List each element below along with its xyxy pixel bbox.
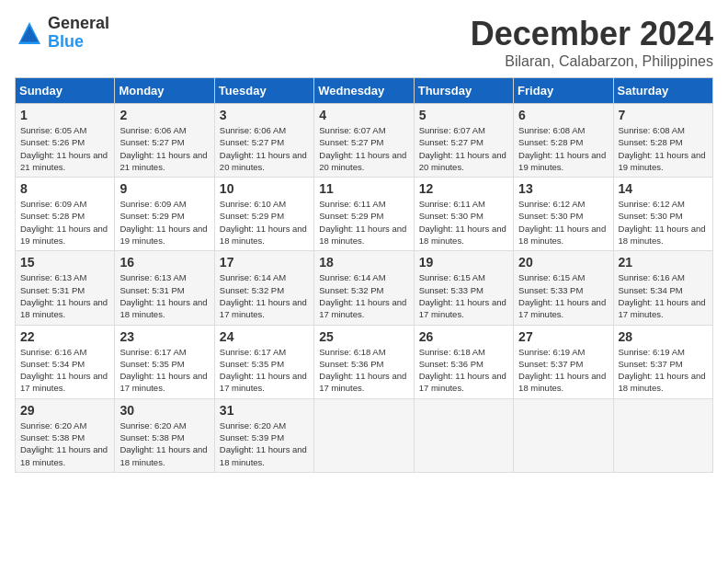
day-info: Sunrise: 6:19 AM Sunset: 5:37 PM Dayligh…	[518, 346, 608, 395]
day-info: Sunrise: 6:07 AM Sunset: 5:27 PM Dayligh…	[419, 124, 508, 173]
day-number: 16	[119, 255, 209, 270]
header-wednesday: Wednesday	[314, 78, 414, 104]
calendar-cell: 19 Sunrise: 6:15 AM Sunset: 5:33 PM Dayl…	[414, 251, 513, 325]
day-number: 25	[319, 329, 408, 344]
calendar-week-row: 22 Sunrise: 6:16 AM Sunset: 5:34 PM Dayl…	[16, 325, 713, 398]
logo-text: General Blue	[48, 15, 109, 52]
day-info: Sunrise: 6:14 AM Sunset: 5:32 PM Dayligh…	[220, 271, 309, 320]
day-info: Sunrise: 6:16 AM Sunset: 5:34 PM Dayligh…	[20, 346, 109, 395]
logo-icon	[15, 18, 44, 48]
day-info: Sunrise: 6:15 AM Sunset: 5:33 PM Dayligh…	[518, 271, 608, 320]
day-info: Sunrise: 6:18 AM Sunset: 5:36 PM Dayligh…	[419, 346, 508, 395]
day-info: Sunrise: 6:07 AM Sunset: 5:27 PM Dayligh…	[319, 124, 408, 173]
calendar-week-row: 8 Sunrise: 6:09 AM Sunset: 5:28 PM Dayli…	[16, 178, 713, 251]
day-number: 26	[419, 329, 508, 344]
day-info: Sunrise: 6:14 AM Sunset: 5:32 PM Dayligh…	[319, 271, 408, 320]
calendar-cell: 24 Sunrise: 6:17 AM Sunset: 5:35 PM Dayl…	[214, 325, 313, 398]
calendar-cell: 21 Sunrise: 6:16 AM Sunset: 5:34 PM Dayl…	[613, 251, 712, 325]
header-tuesday: Tuesday	[214, 78, 313, 104]
day-info: Sunrise: 6:12 AM Sunset: 5:30 PM Dayligh…	[619, 198, 708, 247]
day-info: Sunrise: 6:08 AM Sunset: 5:28 PM Dayligh…	[518, 124, 608, 173]
calendar-week-row: 29 Sunrise: 6:20 AM Sunset: 5:38 PM Dayl…	[16, 398, 713, 472]
day-number: 20	[518, 255, 608, 270]
calendar-cell: 5 Sunrise: 6:07 AM Sunset: 5:27 PM Dayli…	[414, 104, 513, 178]
calendar-cell: 23 Sunrise: 6:17 AM Sunset: 5:35 PM Dayl…	[115, 325, 214, 398]
day-number: 30	[119, 403, 209, 418]
day-number: 11	[319, 181, 408, 196]
header: General Blue December 2024 Bilaran, Cala…	[15, 15, 713, 70]
day-number: 3	[220, 108, 309, 122]
day-info: Sunrise: 6:17 AM Sunset: 5:35 PM Dayligh…	[220, 346, 309, 395]
calendar-cell	[613, 398, 712, 472]
calendar-week-row: 1 Sunrise: 6:05 AM Sunset: 5:26 PM Dayli…	[16, 104, 713, 178]
day-number: 28	[619, 329, 708, 344]
day-info: Sunrise: 6:09 AM Sunset: 5:29 PM Dayligh…	[119, 198, 209, 247]
calendar-cell	[414, 398, 513, 472]
calendar-cell: 28 Sunrise: 6:19 AM Sunset: 5:37 PM Dayl…	[613, 325, 712, 398]
header-monday: Monday	[115, 78, 214, 104]
day-number: 12	[419, 181, 508, 196]
day-info: Sunrise: 6:20 AM Sunset: 5:39 PM Dayligh…	[220, 419, 309, 468]
day-number: 21	[619, 255, 708, 270]
calendar-cell: 1 Sunrise: 6:05 AM Sunset: 5:26 PM Dayli…	[16, 104, 115, 178]
day-number: 24	[220, 329, 309, 344]
calendar-week-row: 15 Sunrise: 6:13 AM Sunset: 5:31 PM Dayl…	[16, 251, 713, 325]
day-info: Sunrise: 6:18 AM Sunset: 5:36 PM Dayligh…	[319, 346, 408, 395]
calendar-cell: 30 Sunrise: 6:20 AM Sunset: 5:38 PM Dayl…	[115, 398, 214, 472]
calendar-cell: 15 Sunrise: 6:13 AM Sunset: 5:31 PM Dayl…	[16, 251, 115, 325]
calendar-cell: 4 Sunrise: 6:07 AM Sunset: 5:27 PM Dayli…	[314, 104, 414, 178]
day-info: Sunrise: 6:10 AM Sunset: 5:29 PM Dayligh…	[220, 198, 309, 247]
calendar-cell: 7 Sunrise: 6:08 AM Sunset: 5:28 PM Dayli…	[613, 104, 712, 178]
calendar-cell: 9 Sunrise: 6:09 AM Sunset: 5:29 PM Dayli…	[115, 178, 214, 251]
header-row: Sunday Monday Tuesday Wednesday Thursday…	[16, 78, 713, 104]
calendar-cell: 16 Sunrise: 6:13 AM Sunset: 5:31 PM Dayl…	[115, 251, 214, 325]
logo: General Blue	[15, 15, 109, 52]
day-number: 22	[20, 329, 109, 344]
month-year-title: December 2024	[471, 15, 713, 53]
calendar-cell: 27 Sunrise: 6:19 AM Sunset: 5:37 PM Dayl…	[514, 325, 613, 398]
calendar-cell: 22 Sunrise: 6:16 AM Sunset: 5:34 PM Dayl…	[16, 325, 115, 398]
day-info: Sunrise: 6:15 AM Sunset: 5:33 PM Dayligh…	[419, 271, 508, 320]
calendar-body: 1 Sunrise: 6:05 AM Sunset: 5:26 PM Dayli…	[16, 104, 713, 473]
day-info: Sunrise: 6:20 AM Sunset: 5:38 PM Dayligh…	[119, 419, 209, 468]
calendar-cell	[514, 398, 613, 472]
day-number: 1	[20, 108, 109, 122]
day-number: 10	[220, 181, 309, 196]
calendar-table: Sunday Monday Tuesday Wednesday Thursday…	[15, 77, 713, 473]
svg-marker-1	[20, 26, 38, 42]
calendar-cell: 10 Sunrise: 6:10 AM Sunset: 5:29 PM Dayl…	[214, 178, 313, 251]
calendar-cell: 3 Sunrise: 6:06 AM Sunset: 5:27 PM Dayli…	[214, 104, 313, 178]
calendar-cell: 20 Sunrise: 6:15 AM Sunset: 5:33 PM Dayl…	[514, 251, 613, 325]
day-number: 14	[619, 181, 708, 196]
calendar-cell: 14 Sunrise: 6:12 AM Sunset: 5:30 PM Dayl…	[613, 178, 712, 251]
day-info: Sunrise: 6:08 AM Sunset: 5:28 PM Dayligh…	[619, 124, 708, 173]
day-info: Sunrise: 6:11 AM Sunset: 5:30 PM Dayligh…	[419, 198, 508, 247]
calendar-cell: 2 Sunrise: 6:06 AM Sunset: 5:27 PM Dayli…	[115, 104, 214, 178]
calendar-cell: 31 Sunrise: 6:20 AM Sunset: 5:39 PM Dayl…	[214, 398, 313, 472]
day-info: Sunrise: 6:09 AM Sunset: 5:28 PM Dayligh…	[20, 198, 109, 247]
day-info: Sunrise: 6:06 AM Sunset: 5:27 PM Dayligh…	[220, 124, 309, 173]
calendar-cell	[314, 398, 414, 472]
day-info: Sunrise: 6:06 AM Sunset: 5:27 PM Dayligh…	[119, 124, 209, 173]
calendar-cell: 6 Sunrise: 6:08 AM Sunset: 5:28 PM Dayli…	[514, 104, 613, 178]
day-number: 2	[119, 108, 209, 122]
header-thursday: Thursday	[414, 78, 513, 104]
location-subtitle: Bilaran, Calabarzon, Philippines	[471, 53, 713, 70]
day-number: 13	[518, 181, 608, 196]
day-number: 31	[220, 403, 309, 418]
day-number: 17	[220, 255, 309, 270]
header-saturday: Saturday	[613, 78, 712, 104]
day-info: Sunrise: 6:12 AM Sunset: 5:30 PM Dayligh…	[518, 198, 608, 247]
day-info: Sunrise: 6:11 AM Sunset: 5:29 PM Dayligh…	[319, 198, 408, 247]
day-number: 8	[20, 181, 109, 196]
day-number: 19	[419, 255, 508, 270]
calendar-cell: 11 Sunrise: 6:11 AM Sunset: 5:29 PM Dayl…	[314, 178, 414, 251]
day-info: Sunrise: 6:17 AM Sunset: 5:35 PM Dayligh…	[119, 346, 209, 395]
calendar-cell: 18 Sunrise: 6:14 AM Sunset: 5:32 PM Dayl…	[314, 251, 414, 325]
calendar-cell: 13 Sunrise: 6:12 AM Sunset: 5:30 PM Dayl…	[514, 178, 613, 251]
header-sunday: Sunday	[16, 78, 115, 104]
day-number: 9	[119, 181, 209, 196]
calendar-cell: 17 Sunrise: 6:14 AM Sunset: 5:32 PM Dayl…	[214, 251, 313, 325]
calendar-cell: 26 Sunrise: 6:18 AM Sunset: 5:36 PM Dayl…	[414, 325, 513, 398]
calendar-cell: 8 Sunrise: 6:09 AM Sunset: 5:28 PM Dayli…	[16, 178, 115, 251]
